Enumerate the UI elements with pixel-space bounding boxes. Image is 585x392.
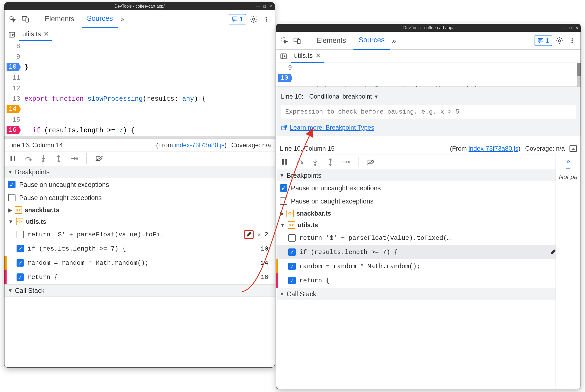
deactivate-breakpoints-icon[interactable] (366, 157, 376, 167)
bp-item[interactable]: ✓ random = random * Math.random(); 14 (276, 259, 581, 273)
step-over-icon[interactable] (23, 154, 33, 163)
step-out-icon[interactable] (54, 154, 63, 163)
code-lines[interactable]: } export function slowProcessing(results… (23, 41, 275, 136)
breakpoint-condition-input[interactable]: Expression to check before pausing, e.g.… (281, 105, 576, 119)
checkbox-checked[interactable]: ✓ (8, 181, 16, 188)
checkbox-checked[interactable]: ✓ (17, 259, 24, 267)
inspect-icon[interactable] (8, 14, 18, 24)
pause-icon[interactable] (8, 154, 18, 163)
more-tabs-icon[interactable]: » (120, 15, 125, 23)
checkbox-checked[interactable]: ✓ (17, 273, 24, 281)
pause-caught-row[interactable]: Pause on caught exceptions (4, 191, 275, 204)
inspect-icon[interactable] (279, 35, 290, 46)
show-navigator-icon[interactable] (278, 51, 289, 62)
maximize-icon[interactable]: □ (264, 4, 266, 8)
source-link[interactable]: index-73f73a80.js (469, 145, 518, 152)
close-tab-icon[interactable]: ✕ (44, 30, 49, 38)
bp-file-utils[interactable]: ▼ <> utils.ts (4, 216, 275, 227)
chevron-down-icon: ▼ (279, 291, 285, 297)
titlebar[interactable]: DevTools - coffee-cart.app/ — □ ✕ (4, 2, 275, 10)
step-icon[interactable] (69, 154, 79, 163)
issues-badge[interactable]: 1 (229, 14, 246, 24)
step-icon[interactable] (341, 157, 350, 167)
breakpoints-header[interactable]: ▼ Breakpoints (276, 169, 581, 181)
breakpoint-marker-cond[interactable]: ?14 (7, 105, 21, 113)
pause-icon[interactable] (280, 157, 289, 167)
pause-uncaught-row[interactable]: ✓ Pause on uncaught exceptions (276, 181, 581, 195)
tab-elements[interactable]: Elements (39, 10, 80, 28)
checkbox-checked[interactable]: ✓ (288, 277, 296, 284)
bp-file-utils[interactable]: ▼ <> utils.ts (276, 219, 581, 231)
edit-breakpoint-icon[interactable] (244, 230, 254, 239)
checkbox-checked[interactable]: ✓ (288, 263, 296, 270)
step-over-icon[interactable] (295, 157, 305, 167)
remove-bp-icon[interactable]: ✕ (257, 231, 261, 238)
breakpoint-marker[interactable]: 10 (7, 63, 21, 71)
close-tab-icon[interactable]: ✕ (315, 52, 321, 59)
step-into-icon[interactable] (310, 157, 320, 167)
bp-item[interactable]: ✓ return { 16 (4, 270, 275, 284)
bp-item[interactable]: ✓ if (results.length >= 7) { 10 (4, 242, 275, 256)
pause-uncaught-row[interactable]: ✓ Pause on uncaught exceptions (4, 178, 275, 191)
gutter[interactable]: 9 10 (276, 63, 295, 86)
coverage-label: Coverage: n/a (231, 141, 271, 149)
show-coverage-icon[interactable] (569, 145, 577, 152)
tab-elements[interactable]: Elements (311, 32, 351, 50)
breakpoint-marker[interactable]: 10 (278, 74, 292, 82)
breakpoint-type-select[interactable]: Conditional breakpoint ▼ (309, 93, 379, 100)
step-into-icon[interactable] (39, 154, 48, 163)
pause-caught-row[interactable]: Pause on caught exceptions (276, 195, 581, 208)
bp-item[interactable]: return '$' + parseFloat(value).toFixed(…… (276, 231, 581, 245)
more-tabs-icon[interactable]: » (392, 37, 396, 45)
bp-item[interactable]: ✓ if (results.length >= 7) { ✕ 10 (276, 245, 581, 259)
titlebar[interactable]: DevTools - coffee-cart.app/ — □ ✕ (276, 24, 581, 32)
callstack-header[interactable]: ▼ Call Stack (276, 288, 581, 300)
maximize-icon[interactable]: □ (569, 26, 572, 30)
device-icon[interactable] (20, 14, 31, 24)
bp-item[interactable]: ✓ return { 16 (276, 273, 581, 288)
tab-sources[interactable]: Sources (82, 10, 118, 28)
deactivate-breakpoints-icon[interactable] (95, 154, 104, 163)
file-tab-utils[interactable]: utils.ts ✕ (291, 50, 324, 63)
source-link[interactable]: index-73f73a80.js (175, 141, 224, 149)
device-icon[interactable] (292, 35, 302, 46)
code-editor[interactable]: 9 10 export function slowProcessing(resu… (276, 63, 581, 86)
code-editor[interactable]: 8 9 10 11 12 13 ?14 15 ··16 } export fun… (4, 41, 275, 136)
checkbox-unchecked[interactable] (288, 234, 296, 242)
checkbox-unchecked[interactable] (17, 231, 24, 238)
breakpoint-marker-log[interactable]: ··16 (7, 126, 21, 134)
checkbox-checked[interactable]: ✓ (280, 184, 287, 192)
bp-item[interactable]: return '$' + parseFloat(value).toFi… ✕ 2 (4, 227, 275, 242)
popup-line-label: Line 10: (281, 93, 303, 100)
kebab-icon[interactable] (567, 35, 577, 46)
h-scrollbar[interactable] (4, 136, 275, 139)
checkbox-checked[interactable]: ✓ (17, 245, 24, 252)
checkbox-checked[interactable]: ✓ (288, 248, 296, 256)
tab-sources[interactable]: Sources (353, 32, 390, 50)
bp-item[interactable]: ✓ random = random * Math.random(); 14 (4, 256, 275, 270)
checkbox-unchecked[interactable] (8, 194, 16, 201)
more-panels-icon[interactable]: » (566, 157, 570, 169)
code-lines[interactable]: export function slowProcessing(results: … (295, 63, 577, 86)
bp-file-snackbar[interactable]: ▶ <> snackbar.ts (276, 208, 581, 219)
file-tab-utils[interactable]: utils.ts ✕ (19, 28, 52, 41)
callstack-header[interactable]: ▼ Call Stack (4, 284, 275, 297)
bp-file-snackbar[interactable]: ▶ <> snackbar.ts (4, 204, 275, 216)
v-scrollbar[interactable] (577, 63, 581, 86)
close-icon[interactable]: ✕ (575, 26, 578, 30)
main-toolbar: Elements Sources » 1 (4, 10, 275, 28)
close-icon[interactable]: ✕ (269, 4, 273, 8)
step-out-icon[interactable] (326, 157, 335, 167)
kebab-icon[interactable] (261, 14, 271, 24)
edit-breakpoint-icon[interactable] (550, 249, 556, 255)
gear-icon[interactable] (248, 14, 259, 24)
gutter[interactable]: 8 9 10 11 12 13 ?14 15 ··16 (4, 41, 23, 136)
minimize-icon[interactable]: — (562, 26, 566, 30)
issues-badge[interactable]: 1 (535, 35, 552, 46)
checkbox-unchecked[interactable] (280, 197, 287, 205)
minimize-icon[interactable]: — (256, 4, 260, 8)
learn-more-link[interactable]: Learn more: Breakpoint Types (290, 124, 374, 131)
show-navigator-icon[interactable] (7, 29, 17, 40)
gear-icon[interactable] (554, 35, 565, 46)
breakpoints-header[interactable]: ▼ Breakpoints (4, 166, 275, 178)
